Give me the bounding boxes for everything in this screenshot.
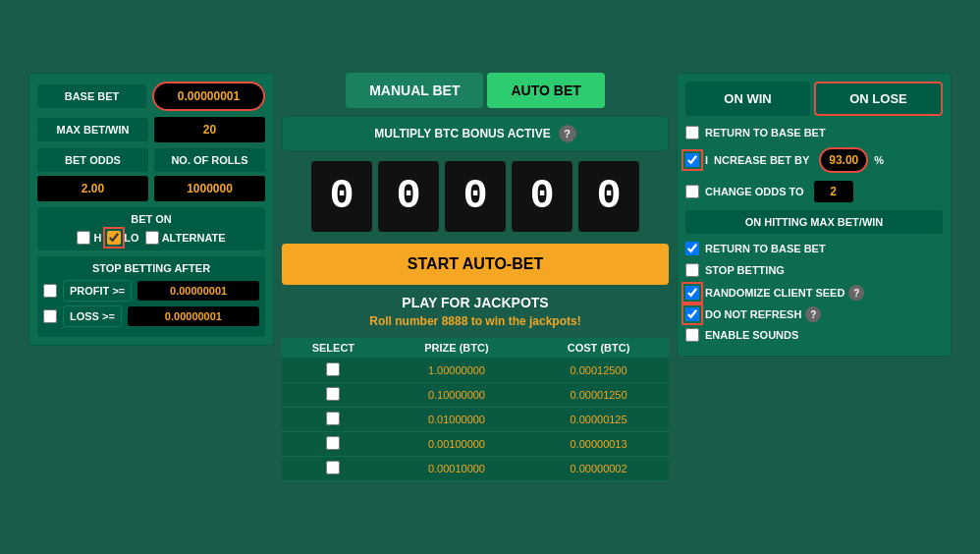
enable-sounds-row: ENABLE SOUNDS (685, 328, 943, 342)
enable-sounds-checkbox[interactable] (685, 328, 699, 342)
manual-bet-tab[interactable]: MANUAL BET (346, 73, 483, 108)
max-bet-value[interactable]: 20 (154, 117, 265, 142)
randomize-checkbox[interactable] (685, 286, 699, 300)
randomize-help-icon[interactable]: ? (848, 285, 864, 301)
jackpot-select-4[interactable] (282, 457, 385, 481)
digit-3: 0 (512, 161, 572, 232)
base-bet-row: BASE BET 0.00000001 (37, 82, 265, 111)
max-return-label: RETURN TO BASE BET (705, 243, 826, 254)
jackpot-prize-4: 0.00010000 (385, 457, 528, 481)
base-bet-value[interactable]: 0.00000001 (152, 82, 265, 111)
return-base-row: RETURN TO BASE BET (685, 126, 943, 139)
alternate-option[interactable]: ALTERNATE (145, 231, 226, 245)
profit-label: PROFIT >= (63, 280, 132, 302)
jackpot-select-2[interactable] (282, 408, 385, 432)
digit-0: 0 (311, 161, 372, 232)
bet-odds-value[interactable]: 2.00 (37, 176, 148, 201)
change-odds-label: CHANGE ODDS TO (705, 186, 804, 197)
hi-checkbox[interactable] (77, 231, 90, 245)
digit-1: 0 (378, 161, 439, 232)
jackpot-checkbox-2[interactable] (326, 412, 340, 425)
jackpot-row: 0.00010000 0.00000002 (282, 457, 669, 481)
jackpot-cost-0: 0.00012500 (528, 359, 669, 383)
percent-label: % (874, 154, 884, 166)
change-odds-checkbox[interactable] (685, 185, 699, 198)
increase-bet-row: I NCREASE BET BY 93.00 % (685, 147, 943, 173)
col-cost: COST (BTC) (528, 338, 669, 359)
stop-title: STOP BETTING AFTER (43, 262, 259, 274)
jackpot-cost-4: 0.00000002 (528, 457, 669, 481)
jackpot-checkbox-4[interactable] (326, 461, 340, 474)
jackpot-prize-1: 0.10000000 (385, 383, 528, 408)
loss-value[interactable]: 0.00000001 (128, 306, 259, 326)
jackpot-cost-3: 0.00000013 (528, 432, 669, 457)
jackpot-number: 8888 (442, 314, 468, 328)
return-base-checkbox[interactable] (685, 126, 699, 139)
profit-checkbox[interactable] (43, 284, 57, 298)
win-lose-tabs: ON WIN ON LOSE (685, 82, 943, 116)
bet-odds-label: BET ODDS (37, 148, 148, 172)
bet-on-options: H LO ALTERNATE (43, 231, 259, 245)
auto-bet-tab[interactable]: AUTO BET (487, 73, 604, 108)
col-select: SELECT (282, 338, 385, 359)
jackpot-checkbox-1[interactable] (326, 387, 340, 401)
lo-checkbox[interactable] (107, 231, 121, 245)
return-base-label: RETURN TO BASE BET (705, 127, 826, 138)
alternate-checkbox[interactable] (145, 231, 159, 245)
change-odds-row: CHANGE ODDS TO 2 (685, 181, 943, 202)
digit-4: 0 (578, 161, 639, 232)
max-stop-checkbox[interactable] (685, 263, 699, 277)
increase-bet-label: NCREASE BET BY (714, 154, 809, 166)
jackpot-title: PLAY FOR JACKPOTS (402, 295, 548, 310)
hi-option[interactable]: H (77, 231, 101, 245)
increase-bet-checkbox[interactable] (685, 153, 699, 167)
jackpot-row: 1.00000000 0.00012500 (282, 359, 669, 383)
enable-sounds-label: ENABLE SOUNDS (705, 329, 798, 341)
jackpot-select-3[interactable] (282, 432, 385, 457)
start-auto-bet-button[interactable]: START AUTO-BET (282, 244, 669, 285)
max-bet-row: MAX BET/WIN 20 (37, 117, 265, 142)
base-bet-label: BASE BET (37, 84, 146, 108)
change-odds-value[interactable]: 2 (814, 181, 853, 202)
do-not-refresh-label: DO NOT REFRESH ? (705, 306, 821, 322)
main-tabs: MANUAL BET AUTO BET (346, 73, 605, 108)
max-stop-row: STOP BETTING (685, 263, 943, 277)
do-not-refresh-checkbox[interactable] (685, 307, 699, 321)
loss-checkbox[interactable] (43, 309, 57, 323)
jackpot-subtitle: Roll number 8888 to win the jackpots! (369, 314, 580, 328)
jackpot-checkbox-0[interactable] (326, 362, 340, 376)
jackpot-prize-3: 0.00100000 (385, 432, 528, 457)
no-rolls-value[interactable]: 1000000 (154, 176, 265, 201)
odds-rolls-row: BET ODDS 2.00 NO. OF ROLLS 1000000 (37, 148, 265, 201)
bonus-text: MULTIPLY BTC BONUS ACTIVE (374, 127, 550, 140)
jackpot-select-1[interactable] (282, 383, 385, 408)
stop-section: STOP BETTING AFTER PROFIT >= 0.00000001 … (37, 256, 265, 337)
jackpot-prize-2: 0.01000000 (385, 408, 528, 432)
profit-value[interactable]: 0.00000001 (137, 281, 259, 301)
do-not-refresh-help-icon[interactable]: ? (805, 306, 821, 322)
bet-on-title: BET ON (43, 213, 259, 225)
max-section-label: ON HITTING MAX BET/WIN (685, 210, 943, 234)
no-rolls-label: NO. OF ROLLS (154, 148, 265, 172)
jackpot-select-0[interactable] (282, 359, 385, 383)
on-lose-tab[interactable]: ON LOSE (814, 82, 943, 116)
profit-row: PROFIT >= 0.00000001 (43, 280, 259, 302)
jackpot-checkbox-3[interactable] (326, 436, 340, 450)
jackpot-row: 0.00100000 0.00000013 (282, 432, 669, 457)
max-return-row: RETURN TO BASE BET (685, 242, 943, 255)
jackpot-cost-2: 0.00000125 (528, 408, 669, 432)
on-win-tab[interactable]: ON WIN (685, 82, 810, 116)
bottom-options: RANDOMIZE CLIENT SEED ? DO NOT REFRESH ?… (685, 285, 943, 342)
lo-option[interactable]: LO (107, 231, 138, 245)
increase-value[interactable]: 93.00 (819, 147, 868, 173)
digit-2: 0 (445, 161, 506, 232)
scoreboard: 0 0 0 0 0 (311, 161, 639, 232)
bet-on-section: BET ON H LO ALTERNATE (37, 207, 265, 250)
max-return-checkbox[interactable] (685, 242, 699, 255)
jackpot-prize-0: 1.00000000 (385, 359, 528, 383)
bonus-help-icon[interactable]: ? (559, 125, 576, 142)
bonus-banner: MULTIPLY BTC BONUS ACTIVE ? (282, 116, 669, 151)
jackpot-cost-1: 0.00001250 (528, 383, 669, 408)
randomize-label: RANDOMIZE CLIENT SEED ? (705, 285, 864, 301)
jackpot-table: SELECT PRIZE (BTC) COST (BTC) 1.00000000… (282, 338, 669, 481)
